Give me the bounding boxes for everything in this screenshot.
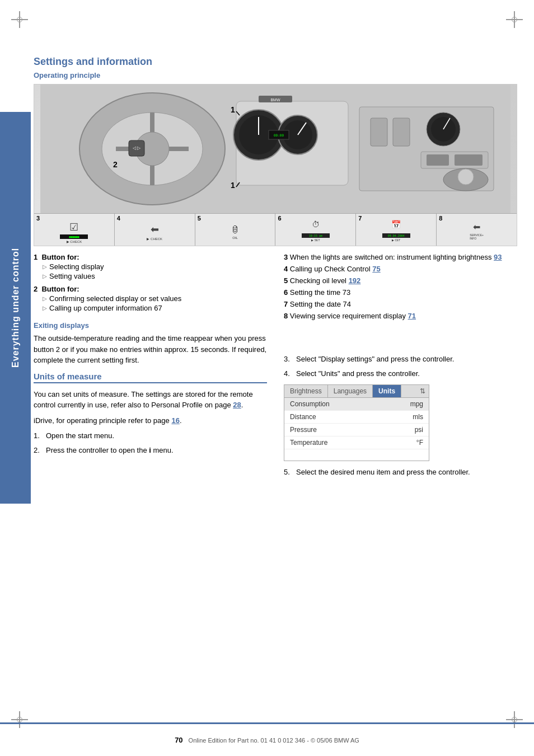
item-1: 1 Button for: ▷ Selecting display ▷ Sett…	[34, 253, 267, 280]
instrument-panel-image: ◁ ▷ 2 00:00 BMW	[34, 84, 517, 246]
reg-mark-tr	[506, 11, 523, 28]
menu-spacer	[284, 449, 429, 461]
svg-rect-28	[393, 118, 410, 146]
module-8: 8 ⬅ SERVICE+INFO	[437, 214, 517, 246]
svg-text:2: 2	[113, 160, 118, 169]
arrow-icon-1: ▷	[43, 264, 47, 270]
footer: 70 Online Edition for Part no. 01 41 0 0…	[0, 722, 534, 756]
module-3: 3 ☑ ■■■■■■ ▶ CHECK	[34, 214, 115, 246]
svg-text:00:00: 00:00	[274, 133, 284, 137]
arrow-icon-3: ▷	[43, 295, 47, 302]
exiting-displays-heading: Exiting displays	[34, 321, 267, 330]
reg-mark-tl	[11, 11, 28, 28]
units-menu-header: Brightness Languages Units ⇅	[284, 385, 429, 398]
page-ref-28: 28	[233, 401, 241, 409]
svg-text:◁ ▷: ◁ ▷	[133, 145, 141, 151]
units-intro-text: You can set units of measure. The settin…	[34, 389, 267, 411]
units-menu: Brightness Languages Units ⇅ Consumption…	[284, 384, 429, 461]
item-6: 6 Setting the time 73	[284, 288, 517, 297]
svg-text:BMW: BMW	[270, 98, 280, 102]
ref-75: 75	[372, 265, 380, 273]
module-6: 6 ⏱ 10:15 am ▶ SET	[275, 214, 356, 246]
step-3: 3. Select "Display settings" and press t…	[284, 354, 517, 365]
item-7: 7 Setting the date 74	[284, 300, 517, 308]
exiting-displays-section: Exiting displays The outside-temperature…	[34, 321, 267, 366]
item-1-num: 1 Button for:	[34, 253, 267, 261]
tab-brightness: Brightness	[284, 385, 328, 397]
units-row-temperature: Temperature °F	[284, 436, 429, 449]
svg-point-36	[458, 169, 474, 185]
side-label: Everything under control	[0, 112, 31, 504]
item-8: 8 Viewing service requirement display 71	[284, 312, 517, 320]
item-1-sub-1: ▷ Selecting display	[34, 262, 267, 271]
item-1-sub-2: ▷ Setting values	[34, 272, 267, 280]
step-4: 4. Select "Units" and press the controll…	[284, 368, 517, 379]
dashboard-svg: ◁ ▷ 2 00:00 BMW	[34, 84, 517, 213]
right-column: 3 When the lights are switched on: instr…	[284, 253, 517, 481]
item-2: 2 Button for: ▷ Confirming selected disp…	[34, 285, 267, 312]
svg-rect-34	[455, 154, 483, 166]
left-column: 1 Button for: ▷ Selecting display ▷ Sett…	[34, 253, 267, 481]
step-1: 1. Open the start menu.	[34, 430, 267, 442]
footer-text: Online Edition for Part no. 01 41 0 012 …	[189, 737, 359, 744]
units-row-consumption: Consumption mpg	[284, 398, 429, 411]
step-2: 2. Press the controller to open the i me…	[34, 445, 267, 456]
item-4: 4 Calling up Check Control 75	[284, 265, 517, 273]
setting-date-text: Setting the date 74	[290, 300, 351, 308]
two-col-section: 1 Button for: ▷ Selecting display ▷ Sett…	[34, 253, 517, 481]
step-5: 5. Select the desired menu item and pres…	[284, 467, 517, 478]
tab-units: Units	[373, 385, 401, 397]
module-7: 7 📅 09.04.2004 ▶ CET	[356, 214, 437, 246]
item-5: 5 Checking oil level 192	[284, 276, 517, 285]
item-2-num: 2 Button for:	[34, 285, 267, 293]
svg-text:1: 1	[231, 181, 235, 190]
item-2-sub-2: ▷ Calling up computer information 67	[34, 304, 267, 312]
item-3: 3 When the lights are switched on: instr…	[284, 253, 517, 261]
idrive-ref-text: iDrive, for operating principle refer to…	[34, 415, 267, 426]
exiting-displays-text: The outside-temperature reading and the …	[34, 333, 267, 366]
ref-93: 93	[494, 253, 502, 261]
svg-rect-27	[371, 118, 387, 146]
svg-rect-33	[427, 154, 449, 166]
units-of-measure-heading: Units of measure	[34, 372, 267, 383]
tab-languages: Languages	[328, 385, 373, 397]
ref-71: 71	[408, 312, 416, 320]
operating-principle-label: Operating principle	[34, 71, 517, 79]
arrow-icon-2: ▷	[43, 273, 47, 279]
units-of-measure-section: Units of measure You can set units of me…	[34, 372, 267, 456]
module-4: 4 ⬅ ▶ CHECK	[115, 214, 195, 246]
main-content: Settings and information Operating princ…	[34, 0, 517, 537]
units-row-distance: Distance mls	[284, 411, 429, 424]
arrow-icon-4: ▷	[43, 305, 47, 311]
units-row-pressure: Pressure psi	[284, 424, 429, 436]
item-2-sub-1: ▷ Confirming selected display or set val…	[34, 294, 267, 303]
setting-time-text: Setting the time 73	[290, 288, 350, 297]
control-modules-row: 3 ☑ ■■■■■■ ▶ CHECK 4 ⬅ ▶ CHECK 5 🛢	[34, 213, 517, 246]
ref-192: 192	[349, 276, 361, 285]
module-5: 5 🛢 OIL	[195, 214, 276, 246]
page-number: 70	[175, 736, 182, 744]
page-title: Settings and information	[34, 56, 517, 68]
svg-text:1: 1	[231, 105, 235, 114]
sort-icon: ⇅	[416, 385, 429, 397]
page-ref-16: 16	[171, 416, 179, 425]
